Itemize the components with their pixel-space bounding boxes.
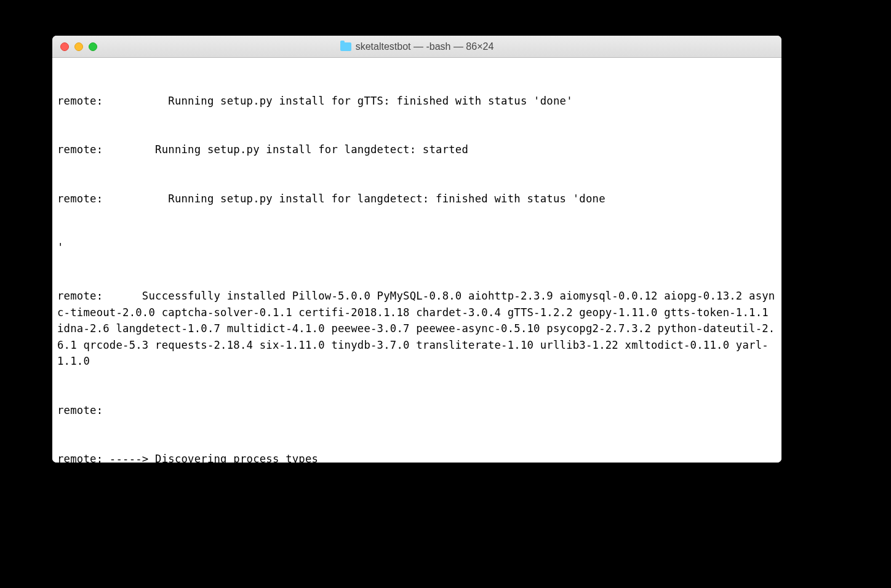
window-title: sketaltestbot — -bash — 86×24 xyxy=(356,41,494,52)
folder-icon xyxy=(340,42,351,51)
terminal-line: remote: Running setup.py install for lan… xyxy=(57,141,777,157)
terminal-line: remote: xyxy=(57,402,777,418)
terminal-body[interactable]: remote: Running setup.py install for gTT… xyxy=(52,58,781,463)
titlebar[interactable]: sketaltestbot — -bash — 86×24 xyxy=(52,36,781,58)
minimize-button[interactable] xyxy=(74,42,83,51)
title-container: sketaltestbot — -bash — 86×24 xyxy=(52,41,781,52)
close-button[interactable] xyxy=(60,42,69,51)
terminal-line: remote: -----> Discovering process types xyxy=(57,451,777,463)
maximize-button[interactable] xyxy=(89,42,97,51)
terminal-line: remote: Running setup.py install for gTT… xyxy=(57,93,777,109)
terminal-line: remote: Running setup.py install for lan… xyxy=(57,191,777,207)
traffic-lights xyxy=(60,42,97,51)
terminal-window: sketaltestbot — -bash — 86×24 remote: Ru… xyxy=(52,36,781,463)
terminal-line: ' xyxy=(57,239,777,255)
terminal-line: remote: Successfully installed Pillow-5.… xyxy=(57,288,777,369)
